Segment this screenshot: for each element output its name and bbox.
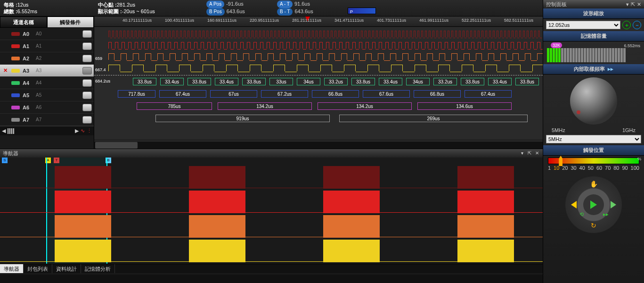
ruler-tick: 281.2111111us (292, 18, 321, 23)
trigger-toggle[interactable] (82, 79, 92, 87)
ruler-tick: 100.4311111us (165, 18, 194, 23)
memory-bar-segment (550, 48, 552, 62)
sample-rate-knob[interactable] (570, 77, 617, 125)
bottom-tabs: 導航器 封包列表 資料統計 記憶體分析 (0, 264, 543, 273)
memory-bar-segment (581, 48, 583, 62)
ruler-tick: 40.17111111us (122, 18, 152, 23)
channel-name: A1 (23, 43, 33, 49)
trigger-toggle[interactable] (82, 104, 92, 111)
nav-block (55, 215, 111, 238)
tab-stats[interactable]: 資料統計 (52, 264, 81, 273)
expand-icon[interactable]: ▸▸ (608, 66, 613, 72)
ruler-tick: 220.9511111us (250, 18, 279, 23)
trigger-toggle[interactable] (82, 55, 92, 62)
channel-swatch (11, 118, 20, 122)
channel-name: A6 (23, 105, 33, 110)
tab-trigger-cond[interactable]: 觸發條件 (47, 17, 94, 28)
zoom-in-icon[interactable]: ＋ (622, 21, 631, 29)
memory-gauge[interactable]: 32K 6.552ms (547, 43, 640, 62)
memory-bar-segment (595, 48, 597, 62)
memory-bar-segment (615, 48, 617, 62)
nav-block (55, 166, 111, 189)
sample-rate-select[interactable]: 5MHz (546, 135, 641, 143)
trigger-tick: 40 (579, 165, 585, 171)
memory-bar-segment (612, 48, 614, 62)
channel-row-a1[interactable]: A1 A1 (0, 40, 94, 52)
scroll-left-icon[interactable]: ◀ (2, 128, 6, 134)
channel-row-a5[interactable]: A5 A5 (0, 89, 94, 101)
trigger-toggle[interactable] (82, 67, 92, 75)
dropdown-icon[interactable]: ▾ (626, 1, 629, 8)
channel-id: A2 (36, 56, 41, 61)
zoom-out-icon[interactable]: － (633, 21, 641, 29)
nav-block (323, 191, 380, 213)
channel-swatch (11, 93, 20, 97)
trigger-toggle[interactable] (82, 30, 92, 38)
channel-row-a0[interactable]: A0 A0 (0, 28, 94, 40)
trigger-toggle[interactable] (82, 92, 92, 99)
memory-bar-segment (575, 48, 578, 62)
close-icon[interactable]: ✕ (637, 1, 641, 8)
trigger-pos-header: 觸發位置 (543, 145, 644, 156)
at-value: 91.6us (294, 1, 310, 7)
navigator-body[interactable]: S A T B (0, 158, 543, 264)
trigger-position-slider[interactable]: % 1102030405060708090100 (548, 158, 639, 171)
pin-icon[interactable]: ⇱ (631, 1, 635, 8)
hand-icon[interactable]: ✋ (588, 178, 599, 190)
channel-panel: 通道名稱 觸發條件 A0 A0 A1 A1 A2 A2 ✕ A3 A3 A4 A… (0, 17, 94, 149)
channel-name: A0 (23, 31, 33, 37)
channel-swatch (11, 69, 20, 73)
flag-s[interactable]: S (2, 158, 8, 163)
channel-row-a6[interactable]: A6 A6 (0, 101, 94, 114)
channel-row-a7[interactable]: A7 A7 (0, 114, 94, 126)
trigger-toggle[interactable] (82, 42, 92, 50)
memory-time: 6.552ms (624, 43, 640, 48)
memory-bar-segment (601, 48, 603, 62)
memory-bar-segment (572, 48, 575, 62)
trigger-tick: 90 (622, 165, 628, 171)
channel-name: A3 (23, 68, 33, 74)
tab-channel-name[interactable]: 通道名稱 (0, 17, 47, 28)
trigger-tick: 10 (554, 165, 559, 171)
channel-id: A6 (36, 105, 41, 110)
memory-bar-segment (589, 48, 592, 62)
dropdown-icon[interactable]: ▾ (519, 150, 525, 156)
navigator-title: 導航器 (3, 150, 18, 157)
trigger-tick: 80 (613, 165, 619, 171)
zoom-select[interactable]: 12.052us (546, 21, 620, 29)
channel-swatch (11, 81, 20, 85)
dots-icon[interactable]: ⋮ (87, 128, 92, 134)
trigger-toggle[interactable] (82, 116, 92, 124)
tab-navigator[interactable]: 導航器 (0, 264, 24, 273)
percent-label: % (637, 157, 641, 161)
memory-header: 記憶體容量 (543, 31, 644, 42)
at-badge: A - T (277, 0, 293, 8)
channel-row-a2[interactable]: A2 A2 (0, 52, 94, 65)
tab-packet-list[interactable]: 封包列表 (24, 264, 52, 273)
loop-icon[interactable]: ↻ (588, 220, 599, 231)
pin-icon[interactable]: ⇱ (527, 150, 532, 156)
step-fwd-icon[interactable]: ▸▸ (600, 208, 611, 220)
sample-header: 內部取樣頻率▸▸ (543, 64, 644, 75)
ruler-tick: 341.4711111us (334, 18, 364, 23)
scroll-right-icon[interactable]: ▶ (75, 128, 79, 134)
trigger-tick: 20 (562, 165, 568, 171)
bt-value: 643.6us (294, 8, 313, 14)
tab-memory[interactable]: 記憶體分析 (81, 264, 115, 273)
channel-row-a4[interactable]: A4 A4 (0, 77, 94, 89)
apos-value: -91.6us (226, 1, 244, 7)
memory-bar-segment (567, 48, 569, 62)
memory-bar-segment (561, 48, 563, 62)
channel-row-a3[interactable]: ✕ A3 A3 (0, 65, 94, 77)
close-icon[interactable]: ✕ (2, 67, 8, 74)
memory-bubble: 32K (551, 42, 562, 48)
channel-swatch (11, 44, 20, 48)
transport-dpad: ✋ ↻ ⟲ ▸▸ (565, 176, 622, 233)
total-label: 總數 : (4, 8, 17, 14)
step-back-icon[interactable]: ⟲ (576, 208, 587, 220)
sample-max: 1GHz (622, 127, 636, 133)
nav-block (457, 215, 514, 238)
wave-icon[interactable]: ∿ (81, 128, 85, 134)
close-icon[interactable]: ✕ (534, 150, 540, 156)
channel-swatch (11, 32, 20, 36)
